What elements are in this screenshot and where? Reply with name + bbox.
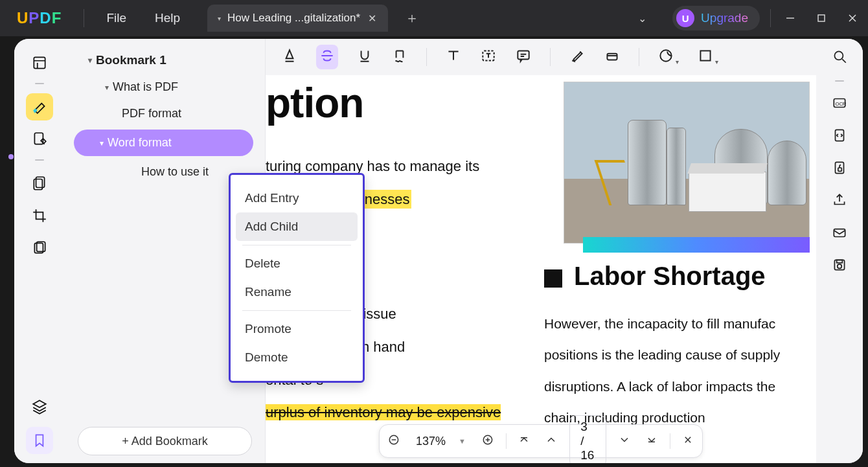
ctx-add-child[interactable]: Add Child xyxy=(236,212,358,241)
annotation-toolbar: ▾ ▾ xyxy=(266,39,816,75)
text-icon[interactable] xyxy=(445,47,462,67)
email-icon[interactable] xyxy=(831,224,848,244)
tabs-overflow-icon[interactable]: ⌄ xyxy=(638,12,646,25)
window-minimize-button[interactable] xyxy=(775,0,806,36)
app-logo: UPDF xyxy=(17,9,62,27)
underline-icon[interactable] xyxy=(356,47,373,67)
doc-accent-bar xyxy=(583,237,810,253)
eraser-icon[interactable] xyxy=(604,47,621,67)
title-bar: UPDF File Help ▾ How Leading ...gitaliza… xyxy=(0,0,868,36)
bookmark-label: What is PDF xyxy=(113,80,178,94)
zoom-value[interactable]: 137% xyxy=(412,435,450,448)
zoom-in-button[interactable] xyxy=(479,431,497,451)
bookmark-panel-icon[interactable] xyxy=(26,427,53,454)
upgrade-label: Upgrade xyxy=(701,11,748,25)
highlight-text-icon[interactable] xyxy=(281,47,298,67)
layers-icon[interactable] xyxy=(26,393,53,420)
bookmark-context-menu: Add Entry Add Child Delete Rename Promot… xyxy=(229,173,365,383)
menu-file[interactable]: File xyxy=(92,11,141,25)
ctx-add-entry[interactable]: Add Entry xyxy=(236,184,358,212)
page-indicator[interactable]: 3 / 16 xyxy=(569,415,606,463)
new-tab-button[interactable]: ＋ xyxy=(402,8,422,28)
search-icon[interactable] xyxy=(831,48,848,67)
chevron-down-icon: ▾ xyxy=(88,56,92,65)
page-navigator: 137% ▼ 3 / 16 xyxy=(379,424,703,458)
divider xyxy=(84,9,84,27)
rail-divider xyxy=(35,83,44,84)
bookmark-item[interactable]: ▾ What is PDF xyxy=(98,76,265,98)
tab-close-icon[interactable]: ✕ xyxy=(367,11,378,26)
note-icon[interactable] xyxy=(515,47,532,67)
next-page-button[interactable] xyxy=(615,431,634,451)
svg-rect-11 xyxy=(518,51,529,59)
tab-bar: ▾ How Leading ...gitalization* ✕ ＋ xyxy=(207,0,422,36)
crop-tool-icon[interactable] xyxy=(26,202,53,229)
first-page-button[interactable] xyxy=(515,431,533,451)
ctx-demote[interactable]: Demote xyxy=(236,343,358,372)
ctx-promote[interactable]: Promote xyxy=(236,315,358,343)
svg-point-31 xyxy=(838,264,842,269)
compare-tool-icon[interactable] xyxy=(26,234,53,262)
bookmark-item-selected[interactable]: ▾ Word format xyxy=(74,130,253,156)
user-avatar[interactable]: U xyxy=(676,9,694,27)
highlighter-tool-icon[interactable] xyxy=(26,93,53,120)
rail-divider xyxy=(835,80,844,82)
zoom-dropdown-icon[interactable]: ▼ xyxy=(459,437,470,445)
svg-line-23 xyxy=(842,59,845,62)
bookmark-label: PDF format xyxy=(122,107,181,120)
bookmark-item[interactable]: PDF format xyxy=(115,103,265,124)
toolbar-divider xyxy=(639,48,639,66)
ctx-delete[interactable]: Delete xyxy=(236,249,358,278)
protect-icon[interactable] xyxy=(831,159,848,179)
strikethrough-icon[interactable] xyxy=(316,45,338,69)
reader-tool-icon[interactable] xyxy=(26,49,53,76)
ctx-divider xyxy=(242,310,351,311)
squiggly-icon[interactable] xyxy=(391,47,408,67)
toolbar-divider xyxy=(550,48,551,66)
tab-menu-icon[interactable]: ▾ xyxy=(218,15,221,22)
textbox-icon[interactable] xyxy=(480,47,497,67)
pages-tool-icon[interactable] xyxy=(26,170,53,197)
right-tool-rail: OCR xyxy=(816,39,863,463)
toolbar-divider xyxy=(426,48,427,66)
svg-rect-1 xyxy=(818,15,825,21)
window-close-button[interactable] xyxy=(837,0,868,36)
svg-rect-28 xyxy=(838,168,841,171)
shape-icon[interactable]: ▾ xyxy=(697,47,718,67)
upgrade-button[interactable]: U Upgrade xyxy=(672,6,760,30)
add-bookmark-button[interactable]: + Add Bookmark xyxy=(78,427,252,455)
sticker-icon[interactable]: ▾ xyxy=(657,47,679,67)
last-page-button[interactable] xyxy=(643,431,661,451)
svg-text:OCR: OCR xyxy=(836,101,847,107)
bookmark-label: How to use it xyxy=(141,165,209,179)
tab-title: How Leading ...gitalization* xyxy=(227,12,360,25)
zoom-out-button[interactable] xyxy=(385,431,403,451)
window-maximize-button[interactable] xyxy=(806,0,837,36)
svg-rect-29 xyxy=(834,229,845,237)
convert-icon[interactable] xyxy=(831,127,848,146)
chevron-down-icon: ▾ xyxy=(105,83,109,92)
share-icon[interactable] xyxy=(831,192,848,211)
ctx-rename[interactable]: Rename xyxy=(236,278,358,306)
chevron-down-icon: ▾ xyxy=(100,139,104,148)
pencil-icon[interactable] xyxy=(569,47,586,67)
svg-rect-14 xyxy=(700,51,710,60)
prev-page-button[interactable] xyxy=(542,431,560,451)
tab-active[interactable]: ▾ How Leading ...gitalization* ✕ xyxy=(207,5,388,32)
doc-image xyxy=(564,82,810,244)
total-pages: 16 xyxy=(580,448,594,462)
svg-rect-4 xyxy=(34,57,45,68)
edit-tool-icon[interactable] xyxy=(26,126,53,153)
ocr-icon[interactable]: OCR xyxy=(831,95,848,114)
svg-rect-12 xyxy=(607,54,617,60)
menu-help[interactable]: Help xyxy=(141,11,194,25)
bookmark-root[interactable]: ▾ Bookmark 1 xyxy=(82,49,265,71)
rail-divider xyxy=(35,159,44,161)
current-page: 3 xyxy=(580,420,588,433)
bookmark-label: Bookmark 1 xyxy=(96,53,166,67)
bullet-square-icon xyxy=(544,269,562,288)
highlight-strike: urplus of inventory may be expensive xyxy=(266,404,501,420)
save-icon[interactable] xyxy=(831,256,848,276)
close-nav-button[interactable] xyxy=(679,431,697,451)
svg-rect-5 xyxy=(34,133,43,144)
